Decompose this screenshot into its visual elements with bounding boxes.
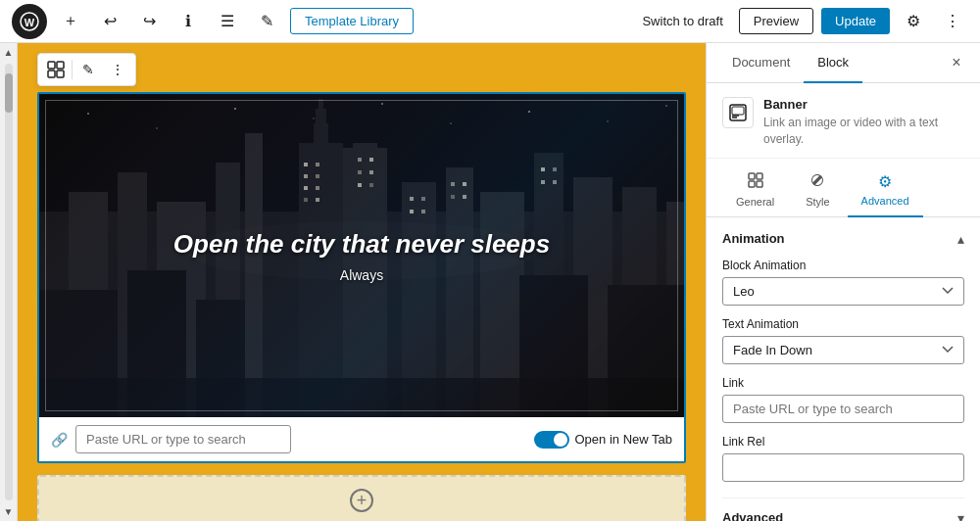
svg-rect-51: [451, 182, 455, 186]
open-new-tab-toggle[interactable]: [534, 431, 569, 449]
svg-rect-28: [304, 174, 308, 178]
scroll-thumb: [5, 73, 13, 113]
banner-title: Open the city that never sleeps: [173, 229, 550, 260]
svg-rect-29: [316, 174, 319, 178]
banner-subtitle: Always: [173, 267, 550, 283]
top-toolbar: W ＋ ↩ ↪ ℹ ☰ ✎ Template Library Switch to…: [0, 0, 980, 43]
open-new-tab-label: Open in New Tab: [575, 432, 673, 447]
more-block-options-button[interactable]: ⋮: [104, 56, 131, 83]
advanced-section[interactable]: Advanced ▾: [722, 497, 964, 521]
editor-area: ✎ ⋮: [18, 43, 706, 521]
block-animation-select[interactable]: Leo: [722, 277, 964, 306]
block-icon: [722, 97, 754, 128]
text-animation-select[interactable]: Fade In Down: [722, 336, 964, 364]
switch-to-draft-button[interactable]: Switch to draft: [642, 14, 722, 28]
block-animation-label: Block Animation: [722, 259, 964, 272]
svg-rect-26: [304, 163, 308, 166]
edit-block-button[interactable]: ✎: [74, 56, 102, 83]
right-panel: Document Block × Banner Link an image or…: [706, 43, 980, 521]
svg-rect-53: [451, 195, 455, 199]
svg-rect-39: [369, 183, 373, 187]
settings-button[interactable]: ⚙: [898, 6, 929, 37]
svg-rect-71: [757, 173, 762, 179]
svg-rect-5: [57, 71, 64, 77]
banner-image: Open the city that never sleeps Always: [39, 94, 684, 417]
svg-rect-36: [358, 170, 362, 174]
redo-button[interactable]: ↪: [133, 6, 165, 37]
add-block-area[interactable]: +: [37, 475, 686, 521]
svg-rect-58: [553, 180, 557, 184]
svg-rect-4: [48, 71, 55, 77]
animation-section-title: Animation: [722, 231, 785, 246]
panel-content: Animation ▴ Block Animation Leo Text Ani…: [707, 217, 980, 521]
info-button[interactable]: ℹ: [172, 6, 204, 37]
scroll-down-arrow[interactable]: ▼: [2, 506, 16, 517]
svg-rect-55: [541, 167, 545, 171]
svg-rect-34: [358, 158, 362, 162]
tab-document[interactable]: Document: [718, 43, 804, 83]
block-tabs: General Style ⚙ Advanced: [707, 159, 980, 217]
style-tab-icon: [809, 172, 825, 192]
advanced-section-title: Advanced: [722, 510, 783, 521]
svg-rect-30: [304, 186, 308, 190]
svg-rect-48: [421, 197, 425, 201]
svg-point-12: [450, 122, 452, 124]
add-block-icon: +: [350, 489, 373, 512]
svg-rect-47: [410, 197, 414, 201]
scroll-up-arrow[interactable]: ▲: [2, 47, 16, 58]
list-view-button[interactable]: ☰: [212, 6, 243, 37]
tab-style-label: Style: [806, 196, 829, 208]
svg-text:W: W: [24, 16, 35, 27]
svg-rect-54: [463, 195, 466, 199]
wp-logo: W: [12, 4, 47, 39]
svg-rect-70: [749, 173, 755, 179]
link-icon: 🔗: [51, 432, 68, 448]
preview-button[interactable]: Preview: [739, 8, 813, 34]
animation-section-header: Animation ▴: [722, 231, 964, 247]
svg-rect-73: [757, 181, 762, 187]
svg-rect-50: [421, 210, 425, 213]
svg-point-11: [381, 103, 383, 105]
add-block-toolbar-button[interactable]: ＋: [55, 6, 86, 37]
advanced-tab-icon: ⚙: [878, 172, 892, 191]
block-info: Banner Link an image or video with a tex…: [707, 83, 980, 159]
general-tab-icon: [748, 172, 763, 192]
svg-point-13: [528, 111, 530, 113]
template-library-button[interactable]: Template Library: [290, 8, 414, 34]
tab-advanced-label: Advanced: [861, 195, 909, 207]
svg-rect-2: [48, 62, 55, 69]
svg-rect-3: [57, 62, 64, 69]
tab-block[interactable]: Block: [804, 43, 862, 83]
advanced-section-toggle[interactable]: ▾: [957, 510, 964, 521]
link-input[interactable]: [722, 395, 964, 423]
animation-section-toggle[interactable]: ▴: [957, 231, 964, 247]
svg-rect-38: [358, 183, 362, 187]
svg-rect-56: [553, 167, 557, 171]
svg-point-14: [607, 120, 609, 122]
link-rel-label: Link Rel: [722, 435, 964, 449]
more-options-button[interactable]: ⋮: [937, 6, 968, 37]
svg-rect-67: [732, 107, 744, 115]
link-rel-input[interactable]: [722, 453, 964, 482]
panel-close-button[interactable]: ×: [945, 51, 968, 74]
svg-rect-24: [318, 99, 323, 114]
svg-point-8: [156, 127, 158, 129]
svg-point-9: [234, 108, 236, 110]
url-input[interactable]: [75, 425, 291, 453]
banner-block[interactable]: Open the city that never sleeps Always 🔗…: [37, 92, 686, 463]
tab-general[interactable]: General: [722, 166, 788, 217]
update-button[interactable]: Update: [821, 8, 890, 34]
undo-button[interactable]: ↩: [94, 6, 125, 37]
svg-rect-33: [316, 198, 319, 202]
svg-rect-49: [410, 210, 414, 213]
svg-rect-35: [369, 158, 373, 162]
svg-rect-31: [316, 186, 319, 190]
tab-style[interactable]: Style: [792, 166, 843, 217]
block-type-button[interactable]: [42, 56, 70, 83]
svg-rect-52: [463, 182, 466, 186]
edit-button[interactable]: ✎: [251, 6, 282, 37]
scroll-track[interactable]: [5, 64, 13, 500]
tab-advanced[interactable]: ⚙ Advanced: [848, 166, 923, 217]
link-label: Link: [722, 376, 964, 390]
main-area: ▲ ▼ ✎ ⋮: [0, 43, 980, 521]
